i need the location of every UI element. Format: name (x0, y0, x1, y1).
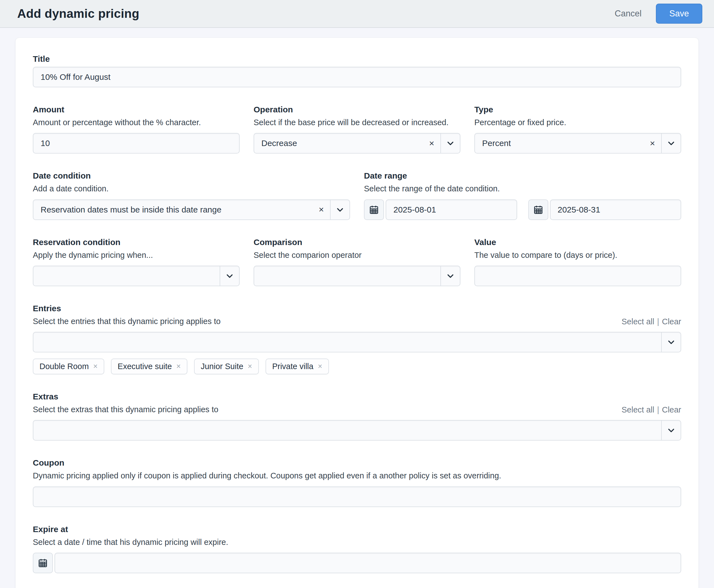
amount-field: Amount Amount or percentage without the … (33, 105, 240, 153)
dropdown-toggle[interactable] (661, 332, 680, 352)
entries-head-left: Entries Select the entries that this dyn… (33, 303, 220, 332)
comparison-label: Comparison (254, 237, 460, 247)
page-title: Add dynamic pricing (17, 7, 615, 21)
amount-label: Amount (33, 105, 240, 114)
entry-tag-label: Private villa (272, 362, 313, 371)
entry-tag: Double Room × (33, 359, 104, 374)
reservation-condition-label: Reservation condition (33, 237, 240, 247)
dropdown-toggle[interactable] (661, 133, 680, 153)
expire-at-label: Expire at (33, 524, 681, 534)
reservation-condition-field: Reservation condition Apply the dynamic … (33, 237, 240, 286)
dropdown-toggle[interactable] (330, 200, 349, 219)
type-selected-value: Percent (475, 133, 644, 153)
date-range-start-group (364, 200, 517, 220)
date-condition-help: Add a date condition. (33, 184, 350, 194)
date-condition-select[interactable]: Reservation dates must be inside this da… (33, 200, 350, 220)
comparison-select[interactable] (254, 266, 460, 286)
coupon-input[interactable] (33, 486, 681, 507)
amount-input[interactable] (33, 133, 240, 153)
coupon-help: Dynamic pricing applied only if coupon i… (33, 470, 681, 481)
reservation-condition-help: Apply the dynamic pricing when... (33, 250, 240, 260)
extras-select-all-link[interactable]: Select all (622, 405, 654, 414)
expire-at-input[interactable] (55, 553, 681, 573)
operation-selected-value: Decrease (254, 133, 423, 153)
date-range-start-input[interactable] (386, 200, 517, 220)
calendar-button[interactable] (33, 553, 53, 573)
tag-remove-icon[interactable]: × (93, 362, 98, 371)
calendar-icon (533, 205, 544, 215)
extras-selected-value (34, 421, 661, 440)
chevron-down-icon (225, 272, 234, 280)
expire-at-group (33, 553, 681, 573)
entry-tag-label: Junior Suite (201, 362, 243, 371)
extras-multiselect[interactable] (33, 420, 681, 441)
comparison-selected-value (254, 266, 440, 286)
chevron-down-icon (446, 272, 455, 280)
extras-label: Extras (33, 392, 218, 402)
cancel-button[interactable]: Cancel (615, 8, 642, 19)
date-range-help: Select the range of the date condition. (364, 184, 681, 194)
entries-clear-link[interactable]: Clear (662, 317, 681, 326)
amount-help: Amount or percentage without the % chara… (33, 118, 240, 127)
dropdown-toggle[interactable] (440, 133, 460, 153)
entries-select-all-link[interactable]: Select all (622, 317, 654, 326)
expire-at-section: Expire at Select a date / time that his … (33, 524, 681, 573)
dropdown-toggle[interactable] (440, 266, 460, 286)
reservation-condition-selected-value (34, 266, 220, 286)
date-range-end-input[interactable] (550, 200, 681, 220)
entries-bulk-links: Select all|Clear (622, 317, 681, 326)
entries-tags: Double Room × Executive suite × Junior S… (33, 359, 681, 374)
chevron-down-icon (667, 426, 675, 435)
calendar-button[interactable] (528, 200, 548, 220)
extras-clear-link[interactable]: Clear (662, 405, 681, 414)
date-condition-label: Date condition (33, 171, 350, 181)
extras-help: Select the extras that this dynamic pric… (33, 404, 218, 415)
clear-selection-icon[interactable]: × (312, 200, 330, 219)
extras-head-left: Extras Select the extras that this dynam… (33, 392, 218, 420)
operation-field: Operation Select if the base price will … (254, 105, 460, 153)
title-input[interactable] (33, 67, 681, 87)
type-help: Percentage or fixed price. (474, 118, 681, 127)
calendar-icon (369, 205, 379, 215)
clear-selection-icon[interactable]: × (423, 133, 440, 153)
operation-help: Select if the base price will be decreas… (254, 118, 460, 127)
extras-bulk-links: Select all|Clear (622, 405, 681, 415)
chevron-down-icon (667, 338, 675, 346)
entry-tag-label: Double Room (40, 362, 89, 371)
links-divider: | (657, 405, 659, 414)
calendar-icon (38, 558, 48, 568)
entries-label: Entries (33, 303, 220, 313)
value-help: The value to compare to (days or price). (474, 250, 681, 260)
extras-section: Extras Select the extras that this dynam… (33, 392, 681, 441)
value-field: Value The value to compare to (days or p… (474, 237, 681, 286)
comparison-field: Comparison Select the comparion operator (254, 237, 460, 286)
tag-remove-icon[interactable]: × (176, 362, 181, 371)
comparison-help: Select the comparion operator (254, 250, 460, 260)
entries-multiselect[interactable] (33, 332, 681, 352)
date-range-inputs (364, 200, 681, 220)
calendar-button[interactable] (364, 200, 384, 220)
title-label: Title (33, 54, 681, 64)
dropdown-toggle[interactable] (661, 421, 680, 440)
entries-head: Entries Select the entries that this dyn… (33, 303, 681, 332)
save-button[interactable]: Save (656, 4, 702, 24)
tag-remove-icon[interactable]: × (318, 362, 322, 371)
chevron-down-icon (667, 139, 675, 147)
date-condition-field: Date condition Add a date condition. Res… (33, 171, 350, 220)
clear-selection-icon[interactable]: × (644, 133, 661, 153)
date-condition-selected-value: Reservation dates must be inside this da… (34, 200, 312, 219)
entry-tag: Junior Suite × (194, 359, 259, 374)
value-label: Value (474, 237, 681, 247)
reservation-condition-select[interactable] (33, 266, 240, 286)
operation-label: Operation (254, 105, 460, 114)
date-condition-row: Date condition Add a date condition. Res… (33, 171, 681, 220)
type-select[interactable]: Percent × (474, 133, 681, 153)
coupon-label: Coupon (33, 458, 681, 468)
dropdown-toggle[interactable] (220, 266, 239, 286)
dynamic-pricing-form-card: Title Amount Amount or percentage withou… (15, 38, 699, 588)
tag-remove-icon[interactable]: × (248, 362, 252, 371)
amount-operation-type-row: Amount Amount or percentage without the … (33, 105, 681, 153)
value-input[interactable] (474, 266, 681, 286)
operation-select[interactable]: Decrease × (254, 133, 460, 153)
entry-tag: Executive suite × (111, 359, 188, 374)
